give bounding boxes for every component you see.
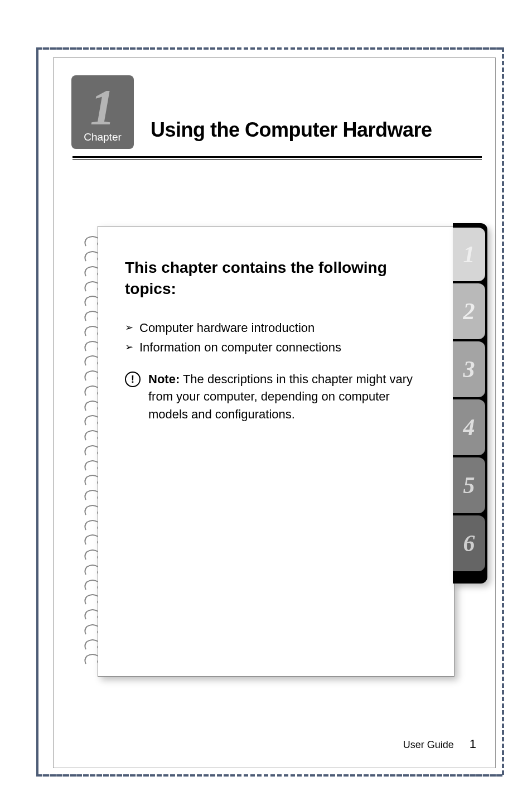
chapter-tab-stack: 1 2 3 4 5 6 [453,223,487,681]
chapter-tab-1[interactable]: 1 [453,228,485,281]
chapter-tab-3[interactable]: 3 [453,341,485,397]
topics-list: Computer hardware introduction Informati… [125,321,427,355]
note-text: Note: The descriptions in this chapter m… [148,370,427,424]
attention-icon: ! [125,372,141,387]
chapter-badge: 1 Chapter [71,75,134,149]
topics-heading: This chapter contains the following topi… [125,257,427,300]
note-label: Note: [148,372,180,386]
note-block: ! Note: The descriptions in this chapter… [125,370,427,424]
content-box: This chapter contains the following topi… [98,226,454,677]
footer-page-number: 1 [470,737,476,751]
page-footer: User Guide 1 [403,737,476,751]
footer-label: User Guide [403,739,454,751]
chapter-tab-5[interactable]: 5 [453,457,485,513]
chapter-title: Using the Computer Hardware [151,118,432,142]
chapter-tab-6[interactable]: 6 [453,515,485,571]
topic-item: Information on computer connections [125,340,427,355]
chapter-label: Chapter [84,131,122,143]
chapter-divider [72,156,482,160]
note-body: The descriptions in this chapter might v… [148,372,413,422]
chapter-number: 1 [90,86,115,129]
chapter-tab-4[interactable]: 4 [453,399,485,455]
topic-item: Computer hardware introduction [125,321,427,335]
chapter-tab-2[interactable]: 2 [453,283,485,339]
